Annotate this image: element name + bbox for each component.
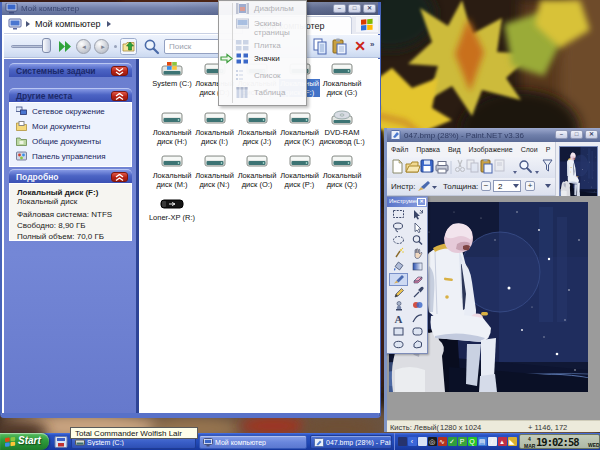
tool-freeform-icon[interactable]	[408, 338, 427, 351]
computer-small-icon	[8, 18, 22, 30]
copy-icon[interactable]	[312, 38, 329, 55]
paste-icon[interactable]	[331, 38, 348, 55]
brush-tray-icon[interactable]: /	[488, 437, 497, 446]
toolbar-overflow-icon[interactable]	[545, 184, 551, 188]
paintbrush-dropdown[interactable]	[417, 180, 437, 193]
chevron-down-icon[interactable]	[111, 66, 128, 76]
back-button[interactable]: ◄	[76, 39, 91, 54]
paintnet-menu-Файл[interactable]: Файл	[387, 142, 412, 153]
paintnet-menu-Слои[interactable]: Слои	[517, 142, 542, 153]
breadcrumb-location[interactable]: Мой компьютер	[35, 19, 101, 29]
colors-tray-icon[interactable]: ▴	[498, 437, 507, 446]
tool-paintbrush-icon[interactable]	[389, 273, 408, 286]
drive-item[interactable]: Локальныйдиск (Q:)	[310, 153, 374, 189]
paintnet-menu-Изображение[interactable]: Изображение	[465, 142, 517, 153]
explorer-toolbar: ◄ ► Поиск ✕	[4, 35, 380, 58]
system-tasks-header[interactable]: Системные задачи	[9, 63, 132, 77]
toolbar-slider-grip[interactable]	[42, 38, 51, 53]
drive-item[interactable]: Loner-XP (R:)	[140, 195, 204, 222]
drive-item[interactable]: DVD-RAMдисковод (L:)	[310, 110, 374, 146]
tool-clone-stamp-icon[interactable]	[389, 299, 408, 312]
punto-tray-icon[interactable]: P	[458, 437, 467, 446]
other-places-link[interactable]: Сетевое окружение	[16, 105, 131, 119]
tool-color-picker-icon[interactable]	[408, 286, 427, 299]
green-pen-tray-icon[interactable]: ✓	[448, 437, 457, 446]
open-image-thumbnail[interactable]	[559, 146, 598, 198]
thumbnails-icon	[236, 18, 249, 29]
tool-move-selection-icon[interactable]	[408, 221, 427, 234]
other-places-link[interactable]: Панель управления	[16, 150, 131, 164]
paintnet-menu-Р[interactable]: Р	[542, 142, 555, 153]
quick-launch-total-commander-icon[interactable]	[54, 436, 68, 448]
paintnet-statusbar: Кисть: Левый(ая) к 1280 x 1024 + 1146, 1…	[387, 420, 600, 432]
up-folder-button[interactable]	[120, 38, 137, 55]
close-button[interactable]: ✕	[585, 130, 598, 139]
start-button[interactable]: Start	[0, 433, 49, 450]
tool-pan-icon[interactable]	[408, 247, 427, 260]
other-places-box: Сетевое окружениеМои документыОбщие доку…	[9, 102, 132, 167]
tool-line-curve-icon[interactable]	[408, 312, 427, 325]
collapse-tray-icon[interactable]: ‹	[408, 437, 417, 446]
width-decrease-button[interactable]: −	[481, 181, 491, 191]
width-dropdown-icon[interactable]	[513, 184, 519, 188]
chevron-up-icon[interactable]	[111, 91, 128, 101]
paintnet-titlebar[interactable]: 047.bmp (28%) - Paint.NET v3.36 – □ ✕	[387, 128, 600, 142]
explorer-titlebar[interactable]: Мой компьютер – □ ✕	[2, 2, 378, 15]
tool-pencil-icon[interactable]	[389, 286, 408, 299]
refresh-icon[interactable]	[58, 40, 72, 53]
hdd-icon	[244, 153, 270, 169]
maximize-button[interactable]: □	[348, 4, 361, 13]
q-tray-icon[interactable]: Q	[468, 437, 477, 446]
total-commander-tray-icon[interactable]	[418, 437, 427, 446]
tool-magic-wand-icon[interactable]	[389, 247, 408, 260]
red-graph-tray-icon[interactable]: ∿	[438, 437, 447, 446]
other-places-link[interactable]: Мои документы	[16, 120, 131, 134]
tool-rounded-rectangle-icon[interactable]	[408, 325, 427, 338]
breadcrumb-arrow-icon[interactable]	[107, 21, 111, 27]
taskbar-clock[interactable]: 4 MAR 19:02:58 WED	[519, 434, 600, 449]
tool-lasso-icon[interactable]	[389, 221, 408, 234]
paintnet-menu-Правка[interactable]: Правка	[412, 142, 444, 153]
tool-recolor-icon[interactable]	[408, 299, 427, 312]
tool-eraser-icon[interactable]	[408, 273, 427, 286]
close-icon[interactable]: ✕	[417, 198, 426, 206]
tool-rectangle-icon[interactable]	[389, 325, 408, 338]
toolbar-icons[interactable]	[387, 157, 555, 178]
cd-tray-icon[interactable]: ◎	[428, 437, 437, 446]
drive-item[interactable]: Локальныйдиск (G:)	[310, 61, 374, 97]
maximize-button[interactable]: □	[570, 130, 583, 139]
details-header[interactable]: Подробно	[9, 169, 132, 183]
details-box: Локальный диск (F:)Локальный дискФайлова…	[9, 183, 132, 241]
details-line: Файловая система: NTFS	[17, 210, 112, 219]
tool-ellipse-icon[interactable]	[389, 338, 408, 351]
chevron-up-icon[interactable]	[111, 172, 128, 182]
arrows-tray-icon[interactable]: ◣	[508, 437, 517, 446]
tool-zoom-icon[interactable]	[408, 234, 427, 247]
paintnet-menu-Вид[interactable]: Вид	[444, 142, 465, 153]
other-places-link[interactable]: Общие документы	[16, 135, 131, 149]
details-line: Локальный диск	[17, 197, 77, 206]
tool-text-icon[interactable]: A	[389, 312, 408, 325]
tool-gradient-icon[interactable]	[408, 260, 427, 273]
keyboard-layout-icon[interactable]	[398, 437, 407, 446]
tool-ellipse-select-icon[interactable]	[389, 234, 408, 247]
width-increase-button[interactable]: +	[525, 181, 535, 191]
monitor-tray-icon[interactable]: ▤	[478, 437, 487, 446]
clock-month: MAR	[524, 443, 535, 449]
other-places-header[interactable]: Другие места	[9, 88, 132, 102]
forward-button[interactable]: ►	[94, 39, 109, 54]
close-button[interactable]: ✕	[363, 4, 376, 13]
tool-paint-bucket-icon[interactable]	[389, 260, 408, 273]
toolbar-overflow-chevron[interactable]: »	[370, 40, 373, 49]
details-line: Локальный диск (F:)	[17, 188, 98, 197]
open-images-panel	[555, 142, 600, 202]
minimize-button[interactable]: –	[555, 130, 568, 139]
tool-move-icon[interactable]	[408, 208, 427, 221]
other-places-title: Другие места	[16, 91, 72, 101]
taskbar-button-my-computer[interactable]: Мой компьютер	[199, 435, 307, 449]
taskbar-button-paintnet[interactable]: 047.bmp (28%) - Pain...	[310, 435, 392, 449]
delete-icon[interactable]: ✕	[352, 38, 368, 55]
tool-rect-select-icon[interactable]	[389, 208, 408, 221]
image-size-value: 1280 x 1024	[440, 423, 481, 432]
minimize-button[interactable]: –	[333, 4, 346, 13]
